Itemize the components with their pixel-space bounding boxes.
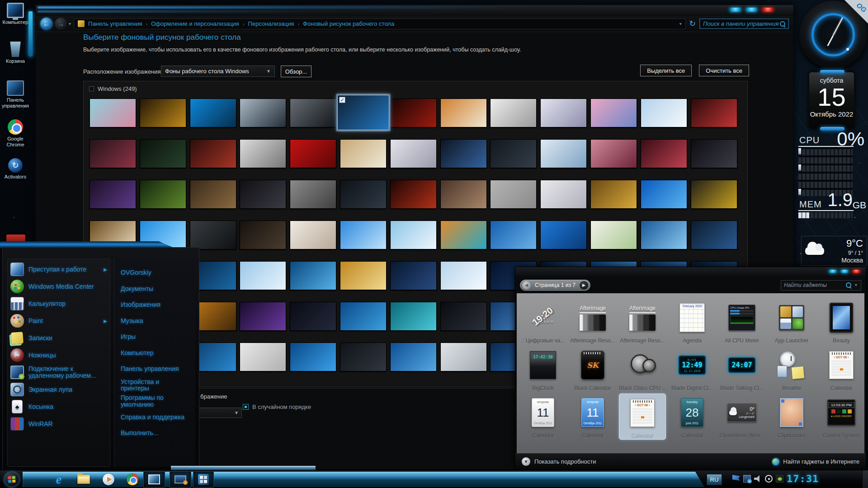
wallpaper-thumbnail[interactable] — [440, 343, 487, 371]
wallpaper-thumbnail[interactable] — [290, 221, 336, 249]
wallpaper-thumbnail[interactable] — [440, 139, 487, 168]
wallpaper-thumbnail[interactable] — [440, 302, 487, 331]
wallpaper-thumbnail[interactable] — [691, 139, 737, 168]
wallpaper-thumbnail[interactable] — [240, 180, 286, 209]
start-menu-item[interactable]: Записки — [10, 329, 107, 347]
start-menu-place-item[interactable]: Игры — [121, 329, 193, 345]
gadget-item[interactable]: Clipboarder — [768, 394, 815, 440]
cpu-meter-gadget[interactable]: CPU 0% MEM 1.9 GB — [798, 135, 867, 223]
start-menu-item[interactable]: Приступая к работе▶ — [10, 261, 107, 278]
taskbar-button-chrome[interactable] — [123, 471, 142, 488]
start-menu-item[interactable]: Подключение к удаленному рабочем... — [10, 364, 107, 381]
wallpaper-thumbnail[interactable] — [190, 139, 236, 168]
start-menu-place-item[interactable]: Изображения — [121, 297, 193, 313]
search-icon[interactable] — [846, 282, 851, 288]
wallpaper-thumbnail[interactable] — [490, 139, 537, 168]
gadget-item[interactable]: February 2009Agenda — [669, 299, 716, 345]
gadget-item[interactable]: 24:07Blade Talking Cl... — [718, 346, 765, 392]
weather-gadget[interactable]: 9°C 9° / 1° Москва — [801, 236, 867, 266]
wallpaper-thumbnail[interactable] — [540, 99, 587, 127]
wallpaper-thumbnail[interactable] — [590, 221, 637, 249]
refresh-icon[interactable]: ↻ — [689, 19, 696, 28]
wallpaper-thumbnail[interactable] — [390, 261, 437, 290]
clear-all-button[interactable]: Очистить все — [699, 65, 749, 76]
desktop-icon-recycle-bin[interactable]: Корзина — [2, 42, 29, 64]
gadget-item[interactable]: SKBlack Calendar — [569, 346, 616, 392]
shuffle-checkbox[interactable] — [243, 404, 249, 410]
breadcrumb-item[interactable]: Персонализация — [248, 20, 294, 27]
wallpaper-thumbnail[interactable] — [290, 180, 336, 209]
desktop-icon-computer[interactable]: Компьютер — [2, 3, 29, 25]
gadget-item[interactable]: BLADE12:4912.17.2010Blade Digital Cl... — [669, 346, 716, 392]
gadget-item[interactable]: Breathe — [768, 346, 815, 392]
wallpaper-thumbnail[interactable] — [240, 343, 286, 371]
wallpaper-thumbnail[interactable] — [90, 180, 136, 209]
start-menu-place-item[interactable]: Справка и поддержка — [121, 409, 193, 426]
maximize-button[interactable] — [746, 8, 757, 12]
taskbar-button-ie[interactable]: e — [49, 471, 69, 488]
chevron-down-icon[interactable]: ▼ — [522, 457, 530, 466]
back-button[interactable]: ← — [40, 18, 52, 30]
gadgets-search-input[interactable]: Найти гаджеты ▼ — [781, 280, 861, 291]
wallpaper-thumbnail[interactable] — [340, 139, 387, 168]
start-menu-item[interactable]: Экранная лупа — [10, 381, 107, 398]
start-menu-place-item[interactable]: Программы по умолчанию — [121, 393, 193, 409]
start-menu-place-item[interactable]: Выполнить... — [121, 425, 193, 441]
wallpaper-thumbnail[interactable] — [240, 139, 286, 168]
gadget-item[interactable]: Black Glass CPU ... — [619, 346, 666, 392]
desktop-icon-activators[interactable]: ↻Activators — [2, 158, 29, 180]
wallpaper-thumbnail[interactable] — [440, 261, 487, 290]
wallpaper-thumbnail[interactable] — [440, 221, 487, 249]
maximize-button[interactable] — [840, 270, 849, 273]
wallpaper-thumbnail[interactable] — [240, 302, 286, 331]
start-menu-place-item[interactable]: Документы — [121, 281, 193, 297]
forward-button[interactable]: → — [55, 18, 67, 30]
wallpaper-thumbnail[interactable] — [390, 221, 437, 249]
gadget-item[interactable]: ‹ OCT 06 ›Calendar — [818, 346, 865, 392]
breadcrumb-item[interactable]: Панель управления — [88, 20, 142, 27]
wallpaper-thumbnail[interactable] — [440, 99, 487, 127]
wallpaper-thumbnail[interactable] — [390, 139, 437, 168]
wallpaper-thumbnail[interactable] — [140, 99, 186, 127]
taskbar-clock[interactable]: 17:31 — [787, 473, 819, 484]
gadget-item[interactable]: ‹ OCT 06 ›Calendar — [619, 394, 666, 440]
wallpaper-thumbnail[interactable] — [641, 99, 687, 127]
minimize-button[interactable] — [730, 8, 741, 12]
wallpaper-thumbnail[interactable] — [90, 139, 136, 168]
wallpaper-thumbnail[interactable] — [90, 99, 136, 127]
start-menu-item[interactable]: WinRAR — [10, 415, 107, 432]
previous-page-button[interactable]: ◀ — [522, 281, 531, 290]
volume-icon[interactable] — [754, 475, 762, 483]
start-menu-item[interactable]: Windows Media Center — [10, 278, 107, 295]
browse-button[interactable]: Обзор... — [281, 66, 311, 77]
breadcrumb[interactable]: Панель управления›Оформление и персонали… — [74, 19, 686, 29]
wallpaper-thumbnail[interactable] — [440, 180, 487, 209]
wallpaper-thumbnail[interactable] — [641, 139, 687, 168]
start-menu-place-item[interactable]: Музыка — [121, 313, 193, 329]
wallpaper-thumbnail[interactable] — [390, 302, 437, 331]
wallpaper-thumbnail[interactable] — [590, 99, 637, 127]
gadget-item[interactable]: AfterimageAfterimage Reso... — [569, 299, 616, 345]
wallpaper-thumbnail[interactable] — [190, 180, 236, 209]
wallpaper-thumbnail[interactable] — [590, 139, 637, 168]
network-icon[interactable] — [743, 475, 751, 483]
gadgets-titlebar[interactable] — [515, 267, 866, 277]
minimize-button[interactable] — [829, 270, 837, 273]
wallpaper-thumbnail[interactable] — [340, 180, 387, 209]
start-menu-item[interactable]: ✂Ножницы — [10, 347, 107, 364]
selected-checkbox[interactable]: ✓ — [339, 97, 345, 103]
recent-pages-caret-icon[interactable]: ▾ — [69, 21, 71, 26]
gadget-item[interactable]: Beauty — [818, 299, 865, 345]
wallpaper-thumbnail[interactable] — [540, 221, 587, 249]
select-all-button[interactable]: Выделить все — [640, 65, 692, 76]
nvidia-icon[interactable] — [776, 475, 783, 483]
calendar-gadget[interactable]: суббота 15 Октябрь 2022 — [808, 71, 855, 129]
taskbar-button-wmp[interactable] — [99, 471, 118, 488]
wallpaper-thumbnail[interactable] — [240, 99, 286, 127]
find-gadgets-online-link[interactable]: Найти гаджеты в Интернете — [783, 458, 859, 465]
wallpaper-thumbnail[interactable] — [140, 139, 186, 168]
taskbar-button-gadgets[interactable] — [193, 471, 214, 488]
window-titlebar[interactable] — [36, 5, 793, 16]
wallpaper-thumbnail[interactable] — [590, 180, 637, 209]
start-menu-place-item[interactable]: Компьютер — [121, 345, 193, 361]
